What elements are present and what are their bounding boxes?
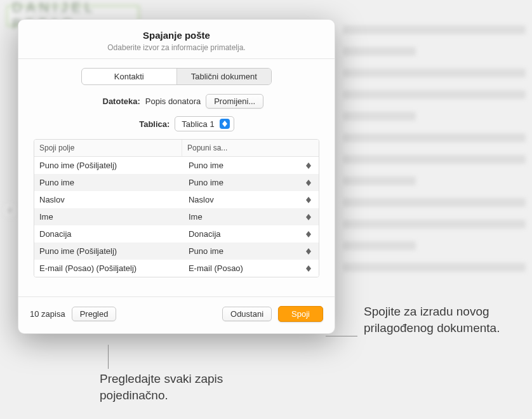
merge-field-cell: Donacija: [34, 225, 182, 243]
fill-with-select[interactable]: Ime: [186, 211, 315, 223]
updown-icon: [305, 248, 312, 255]
fill-with-select[interactable]: Puno ime: [186, 245, 315, 257]
updown-icon: [305, 163, 312, 169]
file-value: Popis donatora: [145, 96, 201, 106]
updown-icon: [305, 265, 312, 272]
fill-with-cell[interactable]: Puno ime: [182, 243, 319, 260]
cancel-button[interactable]: Odustani: [222, 307, 272, 321]
updown-icon: [220, 119, 230, 129]
merge-field-cell: Puno ime (Pošiljatelj): [34, 157, 182, 174]
merge-field-cell: Ime: [34, 208, 182, 225]
table-select[interactable]: Tablica 1: [175, 116, 234, 131]
updown-icon: [305, 180, 312, 186]
table-row: NaslovNaslov: [34, 191, 319, 208]
table-row: Puno ime (Pošiljatelj)Puno ime: [34, 243, 319, 260]
updown-icon: [305, 231, 312, 237]
fill-with-value: Puno ime: [189, 246, 223, 256]
tab-spreadsheet[interactable]: Tablični dokument: [176, 69, 272, 84]
col-fill-with: Popuni sa...: [182, 140, 319, 156]
fill-with-value: Puno ime: [189, 178, 223, 187]
table-row: E-mail (Posao) (Pošiljatelj)E-mail (Posa…: [34, 260, 319, 277]
fill-with-cell[interactable]: Naslov: [182, 191, 319, 208]
bg-badge: d: [3, 203, 17, 217]
col-merge-field: Spoji polje: [34, 140, 182, 156]
merge-field-cell: Puno ime: [34, 174, 182, 191]
table-row: DonacijaDonacija: [34, 225, 319, 243]
merge-field-cell: E-mail (Posao) (Pošiljatelj): [34, 260, 182, 277]
merge-button[interactable]: Spoji: [278, 306, 323, 322]
merge-field-cell: Naslov: [34, 191, 182, 208]
fill-with-select[interactable]: Naslov: [186, 194, 315, 206]
file-label: Datoteka:: [90, 96, 140, 106]
record-count: 10 zapisa: [30, 309, 65, 319]
table-row: Puno imePuno ime: [34, 174, 319, 191]
fill-with-cell[interactable]: Donacija: [182, 225, 319, 243]
mail-merge-dialog: Spajanje pošte Odaberite izvor za inform…: [18, 19, 335, 334]
fill-with-value: Ime: [189, 212, 203, 222]
source-segmented-control[interactable]: Kontakti Tablični dokument: [81, 68, 272, 85]
dialog-title: Spajanje pošte: [29, 30, 324, 41]
fill-with-select[interactable]: Donacija: [186, 228, 315, 240]
fill-with-cell[interactable]: Puno ime: [182, 174, 319, 191]
table-row: Puno ime (Pošiljatelj)Puno ime: [34, 157, 319, 174]
fill-with-value: Puno ime: [189, 161, 223, 170]
merge-field-cell: Puno ime (Pošiljatelj): [34, 243, 182, 260]
fill-with-select[interactable]: Puno ime: [186, 159, 315, 171]
callout-preview: Pregledajte svaki zapis pojedinačno.: [100, 371, 252, 403]
table-select-value: Tablica 1: [182, 119, 214, 129]
field-mapping-table: Spoji polje Popuni sa... Puno ime (Pošil…: [34, 139, 319, 277]
change-file-button[interactable]: Promijeni...: [206, 94, 263, 109]
fill-with-value: Naslov: [189, 195, 214, 204]
fill-with-select[interactable]: Puno ime: [186, 176, 315, 189]
preview-button[interactable]: Pregled: [72, 307, 117, 321]
callout-merge: Spojite za izradu novog prilagođenog dok…: [364, 303, 522, 336]
tab-contacts[interactable]: Kontakti: [82, 69, 176, 84]
callout-connector: [108, 345, 109, 369]
updown-icon: [305, 197, 312, 203]
fill-with-value: Donacija: [189, 229, 221, 239]
fill-with-cell[interactable]: E-mail (Posao): [182, 260, 319, 277]
table-label: Tablica:: [119, 119, 170, 129]
fill-with-value: E-mail (Posao): [189, 263, 243, 273]
updown-icon: [305, 214, 312, 220]
callout-connector: [326, 336, 357, 336]
fill-with-select[interactable]: E-mail (Posao): [186, 262, 315, 274]
table-row: ImeIme: [34, 208, 319, 225]
fill-with-cell[interactable]: Ime: [182, 208, 319, 225]
dialog-subtitle: Odaberite izvor za informacije primatelj…: [29, 43, 324, 52]
fill-with-cell[interactable]: Puno ime: [182, 157, 319, 174]
